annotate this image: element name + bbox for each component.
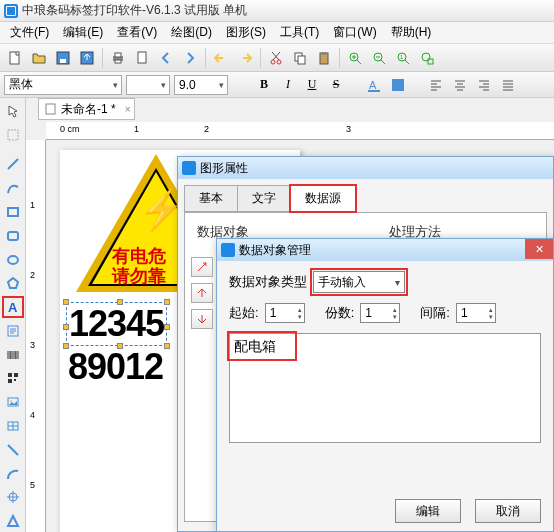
warning-text[interactable]: 有电危请勿靠	[112, 246, 166, 286]
rect-tool-icon[interactable]	[2, 201, 24, 223]
zoom-out-icon[interactable]	[368, 47, 390, 69]
richtext-tool-icon[interactable]	[2, 320, 24, 342]
font-toolbar: 黑体 9.0 B I U S A	[0, 72, 554, 98]
paste-icon[interactable]	[313, 47, 335, 69]
count-spinner[interactable]: 1	[360, 303, 400, 323]
zoom-fit-icon[interactable]: 1	[392, 47, 414, 69]
edit-button[interactable]: 编辑	[395, 499, 461, 523]
svg-rect-6	[115, 60, 121, 63]
gap-spinner[interactable]: 1	[456, 303, 496, 323]
qrcode-tool-icon[interactable]	[2, 368, 24, 390]
print-preview-icon[interactable]	[131, 47, 153, 69]
export-icon[interactable]	[76, 47, 98, 69]
undo-icon[interactable]	[210, 47, 232, 69]
svg-rect-31	[14, 373, 18, 377]
data-object-dialog[interactable]: 数据对象管理 ✕ 数据对象类型 手动输入 起始: 1 份数: 1 间隔: 1 编…	[216, 238, 554, 532]
svg-text:1: 1	[400, 54, 404, 60]
menu-tools[interactable]: 工具(T)	[274, 22, 325, 43]
barcode-tool-icon[interactable]	[2, 344, 24, 366]
dialog2-icon	[221, 243, 235, 257]
align-justify-icon[interactable]	[498, 75, 518, 95]
font-color-icon[interactable]: A	[364, 75, 384, 95]
bold-button[interactable]: B	[254, 75, 274, 95]
dialog2-titlebar[interactable]: 数据对象管理 ✕	[217, 239, 553, 261]
align-right-icon[interactable]	[474, 75, 494, 95]
ellipse-tool-icon[interactable]	[2, 249, 24, 271]
app-title: 中琅条码标签打印软件-V6.1.3 试用版 单机	[22, 2, 247, 19]
tab-text[interactable]: 文字	[237, 185, 291, 212]
start-spinner[interactable]: 1	[265, 303, 305, 323]
align-center-icon[interactable]	[450, 75, 470, 95]
bezier-tool-icon[interactable]	[2, 177, 24, 199]
text-line2[interactable]: 89012	[68, 346, 163, 388]
tab-datasource[interactable]: 数据源	[290, 185, 356, 212]
move-tool-icon[interactable]	[2, 124, 24, 146]
italic-button[interactable]: I	[278, 75, 298, 95]
svg-rect-26	[8, 232, 18, 240]
dialog-titlebar[interactable]: 图形属性	[178, 157, 553, 179]
side-btn-2[interactable]	[191, 283, 213, 303]
arc-tool-icon[interactable]	[2, 463, 24, 485]
close-button[interactable]: ✕	[525, 239, 553, 259]
triangle-tool-icon[interactable]	[2, 510, 24, 532]
side-btn-1[interactable]	[191, 257, 213, 277]
cut-icon[interactable]	[265, 47, 287, 69]
svg-rect-22	[392, 79, 404, 91]
svg-rect-33	[14, 379, 16, 381]
strike-button[interactable]: S	[326, 75, 346, 95]
content-textarea[interactable]	[229, 333, 541, 443]
label-start: 起始:	[229, 304, 259, 322]
tab-basic[interactable]: 基本	[184, 185, 238, 212]
font-name-combo[interactable]: 黑体	[4, 75, 122, 95]
left-toolbox: A	[0, 98, 26, 532]
new-doc-icon[interactable]	[4, 47, 26, 69]
align-left-icon[interactable]	[426, 75, 446, 95]
menu-file[interactable]: 文件(F)	[4, 22, 55, 43]
svg-point-18	[422, 53, 430, 61]
roundrect-tool-icon[interactable]	[2, 225, 24, 247]
doc-icon	[45, 103, 57, 115]
menu-edit[interactable]: 编辑(E)	[57, 22, 109, 43]
redo-icon[interactable]	[234, 47, 256, 69]
page-prev-icon[interactable]	[155, 47, 177, 69]
document-tab-label: 未命名-1 *	[61, 101, 116, 118]
zoom-region-icon[interactable]	[416, 47, 438, 69]
cancel-button[interactable]: 取消	[475, 499, 541, 523]
copy-icon[interactable]	[289, 47, 311, 69]
svg-rect-30	[8, 373, 12, 377]
font-style-combo[interactable]	[126, 75, 170, 95]
open-icon[interactable]	[28, 47, 50, 69]
save-icon[interactable]	[52, 47, 74, 69]
print-icon[interactable]	[107, 47, 129, 69]
svg-rect-25	[8, 208, 18, 216]
fill-color-icon[interactable]	[388, 75, 408, 95]
line-tool-icon[interactable]	[2, 154, 24, 176]
line2-tool-icon[interactable]	[2, 439, 24, 461]
menu-help[interactable]: 帮助(H)	[385, 22, 438, 43]
star-tool-icon[interactable]	[2, 486, 24, 508]
svg-rect-0	[10, 52, 19, 64]
polygon-tool-icon[interactable]	[2, 272, 24, 294]
text-tool-icon[interactable]: A	[2, 296, 24, 318]
document-tab[interactable]: 未命名-1 * ×	[38, 98, 135, 120]
main-toolbar: 1	[0, 44, 554, 72]
underline-button[interactable]: U	[302, 75, 322, 95]
menu-shape[interactable]: 图形(S)	[220, 22, 272, 43]
zoom-in-icon[interactable]	[344, 47, 366, 69]
type-select[interactable]: 手动输入	[313, 271, 405, 293]
image-tool-icon[interactable]	[2, 391, 24, 413]
selected-text-object[interactable]: 12345	[66, 302, 167, 346]
titlebar: 中琅条码标签打印软件-V6.1.3 试用版 单机	[0, 0, 554, 22]
side-btn-3[interactable]	[191, 309, 213, 329]
dialog2-title: 数据对象管理	[239, 242, 311, 259]
font-size-combo[interactable]: 9.0	[174, 75, 228, 95]
table-tool-icon[interactable]	[2, 415, 24, 437]
svg-rect-21	[368, 90, 380, 92]
close-tab-icon[interactable]: ×	[125, 104, 131, 115]
page-next-icon[interactable]	[179, 47, 201, 69]
menu-view[interactable]: 查看(V)	[111, 22, 163, 43]
pointer-tool-icon[interactable]	[2, 100, 24, 122]
dialog-title: 图形属性	[200, 160, 248, 177]
menu-draw[interactable]: 绘图(D)	[165, 22, 218, 43]
menu-window[interactable]: 窗口(W)	[327, 22, 382, 43]
